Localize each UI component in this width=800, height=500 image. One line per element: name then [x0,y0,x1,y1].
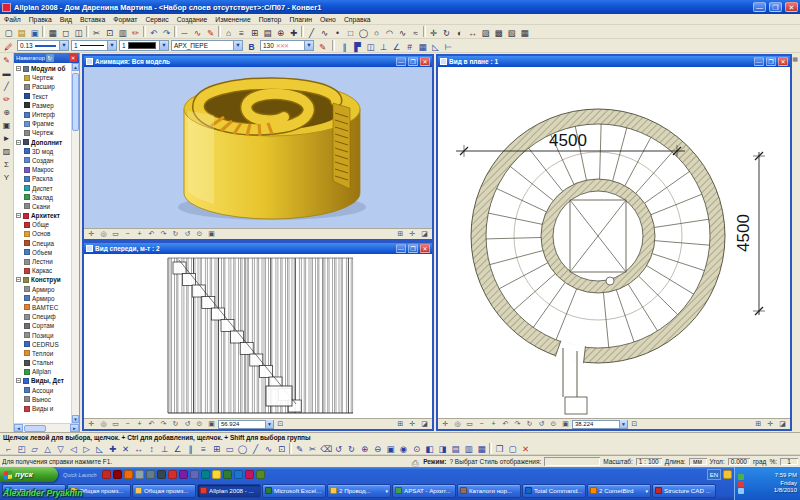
new-icon[interactable]: ▢ [2,26,15,38]
mirror-tool-icon[interactable]: ◐ [453,26,466,38]
chevron-down-icon[interactable]: ▼ [59,41,68,50]
plot-icon[interactable]: ◫ [72,26,85,38]
maximize-button[interactable]: ❐ [408,57,418,66]
paste-icon[interactable]: ▥ [116,26,129,38]
collapse-icon[interactable]: − [16,277,21,282]
palette-vertical-scrollbar[interactable]: ▲ ▼ [71,63,79,423]
library-icon[interactable]: ▤ [261,26,274,38]
collapse-icon[interactable]: − [16,378,21,383]
zoom-window-icon[interactable]: ▭ [110,229,121,239]
palette-refresh-icon[interactable]: ↻ [46,54,54,62]
modify-center-icon[interactable]: ⊙ [410,442,423,454]
pan-icon[interactable]: ✛ [440,419,451,429]
menu-Правка[interactable]: Правка [25,16,56,23]
menu-Окно[interactable]: Окно [316,16,340,23]
corner-icon[interactable]: ▛ [351,40,364,52]
quicklaunch-icon-11[interactable] [212,470,221,479]
modify-half-right-icon[interactable]: ◨ [436,442,449,454]
clipboard-icon[interactable]: ▣ [1,120,13,132]
copy-icon[interactable]: ⊡ [103,26,116,38]
line-tool-icon[interactable]: ╱ [305,26,318,38]
palette-group[interactable]: −Дополнит [16,138,71,147]
hatch-strip-icon[interactable]: ▨ [1,146,13,158]
wall-hatch-icon[interactable]: ∥ [338,40,351,52]
modify-cut-icon[interactable]: ✂ [306,442,319,454]
system-tray-clock[interactable]: 7:59 PM Friday 1/8/2010 [734,467,800,500]
coordinate-input[interactable]: 38.224 ▼ [572,420,628,429]
animation-viewport[interactable] [84,67,432,228]
tile-icon[interactable]: ⊞ [395,229,406,239]
modify-half-left-icon[interactable]: ◧ [423,442,436,454]
prev-view-icon[interactable]: ↶ [146,229,157,239]
slope-icon[interactable]: ◺ [429,40,442,52]
track-icon[interactable]: ⊡ [275,419,286,429]
move-window-icon[interactable]: ✛ [407,229,418,239]
scroll-down-icon[interactable]: ▼ [72,415,79,423]
rotate-view-icon[interactable]: ↺ [536,419,547,429]
palette-item[interactable]: Скани [24,202,71,211]
quicklaunch-icon-12[interactable] [223,470,232,479]
palette-item[interactable]: Каркас [24,266,71,275]
freehand-tool-icon[interactable]: ≈ [409,26,422,38]
pan-icon[interactable]: ✛ [86,419,97,429]
close-button[interactable]: ✕ [420,57,430,66]
animation-window-titlebar[interactable]: Анимация: Вся модель — ❐ ✕ [84,56,432,67]
menu-Изменение[interactable]: Изменение [211,16,254,23]
percent-value[interactable]: 1 [780,458,798,465]
palette-item[interactable]: Виды и [24,404,71,413]
palette-item[interactable]: Макрос [24,165,71,174]
angle-value[interactable]: 0.000 [728,458,750,465]
plan-view-viewport[interactable]: 4500 4500 [438,67,790,418]
quicklaunch-icon-4[interactable] [135,470,144,479]
layer-select[interactable]: АРХ_ПЕРЕ ▼ [171,40,243,51]
layers-icon[interactable]: ≡ [235,26,248,38]
front-view-viewport[interactable] [84,254,432,418]
palette-item[interactable]: Объем [24,248,71,257]
format-brush-icon[interactable]: ✏ [129,26,142,38]
pen-icon[interactable]: 🖉 [2,40,15,52]
taskbar-button[interactable]: Общая промз... [132,484,196,498]
menu-Формат[interactable]: Формат [109,16,141,23]
print-icon[interactable]: ▦ [46,26,59,38]
minimize-button[interactable]: — [396,244,406,253]
undo-icon[interactable]: ↶ [147,26,160,38]
quicklaunch-icon-3[interactable] [124,470,133,479]
filter-icon[interactable]: Y [1,172,13,184]
palette-group[interactable]: −Конструи [16,275,71,284]
palette-item[interactable]: Сортам [24,321,71,330]
rect-tool-icon[interactable]: □ [344,26,357,38]
edit-grid-icon[interactable]: ⊞ [210,442,223,454]
edit-wedge-icon[interactable]: ◺ [93,442,106,454]
quicklaunch-icon-5[interactable] [146,470,155,479]
prev-view-icon[interactable]: ↶ [146,419,157,429]
edit-stretch-v-icon[interactable]: ↕ [145,442,158,454]
fill-tool-icon[interactable]: ▩ [492,26,505,38]
palette-item[interactable]: Специф [24,312,71,321]
circle-tool-icon[interactable]: ◯ [357,26,370,38]
modify-undo-icon[interactable]: ↺ [332,442,345,454]
plan-view-titlebar[interactable]: Вид в плане : 1 — ❐ ✕ [438,56,790,67]
close-button[interactable]: ✕ [785,2,798,12]
modify-zoomout-icon[interactable]: ⊖ [371,442,384,454]
edit-triangle-up-icon[interactable]: △ [41,442,54,454]
redo-icon[interactable]: ↷ [160,26,173,38]
group-arrow-icon[interactable]: ▾ [645,488,648,494]
palette-item[interactable]: Интерф [24,110,71,119]
print-preview-icon[interactable]: ◻ [59,26,72,38]
zoom-out-icon[interactable]: − [122,229,133,239]
edit-parallel-icon[interactable]: ∥ [184,442,197,454]
pen-thickness-icon[interactable]: ─ [178,26,191,38]
line-style-select[interactable]: 1 ▼ [71,40,117,51]
edit-plus-icon[interactable]: ✚ [106,442,119,454]
move-tool-icon[interactable]: ✛ [427,26,440,38]
fullscreen-icon[interactable]: ▣ [206,229,217,239]
pattern-select[interactable]: 130 ✕✕✕ ▼ [260,40,314,51]
pattern-tool-icon[interactable]: ▧ [505,26,518,38]
angle-icon[interactable]: ∠ [390,40,403,52]
chevron-down-icon[interactable]: ▼ [107,41,116,50]
maximize-document-icon[interactable]: ▢ [506,442,519,454]
edit-parallelogram-icon[interactable]: ▱ [28,442,41,454]
project-icon[interactable]: ⌂ [222,26,235,38]
modify-full-icon[interactable]: ▣ [384,442,397,454]
column-icon[interactable]: ◫ [364,40,377,52]
